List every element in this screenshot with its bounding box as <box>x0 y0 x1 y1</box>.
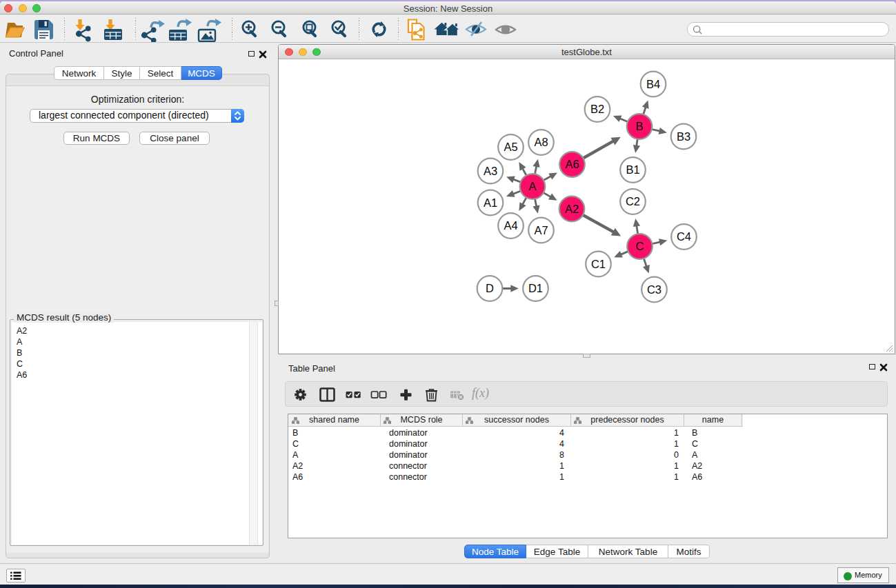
svg-text:A8: A8 <box>534 136 548 148</box>
svg-text:B: B <box>635 120 643 132</box>
svg-text:A7: A7 <box>534 224 548 236</box>
svg-text:C: C <box>636 240 644 252</box>
svg-text:D1: D1 <box>528 282 543 294</box>
svg-text:B3: B3 <box>677 130 690 143</box>
svg-text:B4: B4 <box>646 78 660 90</box>
svg-text:B2: B2 <box>590 103 604 115</box>
svg-text:A: A <box>528 180 536 192</box>
svg-text:A5: A5 <box>504 141 517 153</box>
svg-text:A6: A6 <box>565 158 579 170</box>
svg-text:A4: A4 <box>504 219 517 232</box>
svg-text:A3: A3 <box>484 165 497 177</box>
svg-text:C2: C2 <box>626 195 640 207</box>
svg-text:C4: C4 <box>677 230 691 243</box>
svg-text:A2: A2 <box>565 203 579 215</box>
svg-text:C1: C1 <box>591 258 606 270</box>
svg-text:D: D <box>486 282 494 294</box>
svg-text:B1: B1 <box>626 163 639 176</box>
svg-text:A1: A1 <box>484 196 497 209</box>
svg-text:C3: C3 <box>647 283 661 296</box>
